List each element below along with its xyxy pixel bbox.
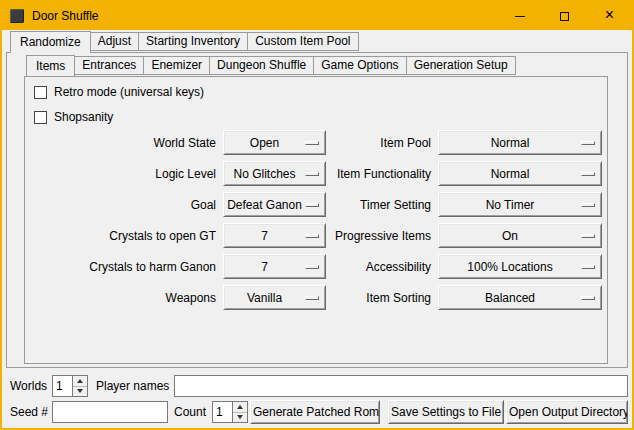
- count-input[interactable]: [213, 402, 232, 422]
- item-functionality-value: Normal: [491, 167, 550, 181]
- logic-level-value: No Glitches: [233, 167, 315, 181]
- dropdown-indicator-icon: [305, 296, 319, 300]
- generate-patched-rom-button[interactable]: Generate Patched Rom: [250, 400, 380, 424]
- close-icon: ×: [605, 7, 614, 23]
- tab-enemizer[interactable]: Enemizer: [143, 56, 210, 75]
- accessibility-dropdown[interactable]: 100% Locations: [438, 254, 602, 279]
- option-row: Crystals to harm Ganon 7: [30, 251, 326, 282]
- window-title: Door Shuffle: [32, 9, 99, 23]
- world-state-dropdown[interactable]: Open: [223, 130, 326, 155]
- tab-entrances[interactable]: Entrances: [74, 56, 144, 75]
- tab-game-options[interactable]: Game Options: [313, 56, 406, 75]
- crystals-harm-ganon-label: Crystals to harm Ganon: [30, 260, 216, 274]
- count-label: Count: [174, 401, 206, 423]
- progressive-items-value: On: [502, 229, 538, 243]
- dropdown-indicator-icon: [581, 172, 595, 176]
- spin-down-icon: [237, 415, 243, 419]
- dropdown-indicator-icon: [581, 234, 595, 238]
- option-row: Item Functionality Normal: [330, 158, 602, 189]
- tab-starting-inventory[interactable]: Starting Inventory: [138, 32, 248, 51]
- progressive-items-label: Progressive Items: [330, 229, 431, 243]
- retro-mode-label: Retro mode (universal keys): [54, 85, 204, 99]
- dropdown-indicator-icon: [581, 141, 595, 145]
- crystals-open-gt-label: Crystals to open GT: [30, 229, 216, 243]
- tab-generation-setup[interactable]: Generation Setup: [406, 56, 516, 75]
- spin-down-icon: [77, 389, 83, 393]
- crystals-open-gt-value: 7: [261, 229, 288, 243]
- shopsanity-checkbox[interactable]: [34, 111, 47, 124]
- titlebar[interactable]: Door Shuffle ×: [2, 2, 632, 30]
- count-spin-down-button[interactable]: [233, 413, 247, 423]
- item-pool-value: Normal: [491, 136, 550, 150]
- player-names-input[interactable]: [174, 375, 628, 397]
- count-spinbox: [212, 401, 248, 423]
- worlds-spin-down-button[interactable]: [73, 387, 87, 397]
- weapons-dropdown[interactable]: Vanilla: [223, 285, 326, 310]
- worlds-input[interactable]: [53, 376, 72, 396]
- option-row: Timer Setting No Timer: [330, 189, 602, 220]
- worlds-spin-up-button[interactable]: [73, 376, 87, 387]
- tab-adjust[interactable]: Adjust: [90, 32, 139, 51]
- option-row: Weapons Vanilla: [30, 282, 326, 313]
- shopsanity-label: Shopsanity: [54, 110, 113, 124]
- dropdown-indicator-icon: [581, 265, 595, 269]
- goal-label: Goal: [30, 198, 216, 212]
- option-row: Item Pool Normal: [330, 127, 602, 158]
- dropdown-indicator-icon: [305, 172, 319, 176]
- timer-setting-label: Timer Setting: [330, 198, 431, 212]
- tab-dungeon-shuffle[interactable]: Dungeon Shuffle: [209, 56, 314, 75]
- count-spin-arrows: [232, 402, 247, 422]
- accessibility-value: 100% Locations: [467, 260, 572, 274]
- item-pool-dropdown[interactable]: Normal: [438, 130, 602, 155]
- window-controls: ×: [497, 2, 632, 30]
- open-output-directory-button[interactable]: Open Output Directory: [506, 400, 628, 424]
- spin-up-icon: [237, 405, 243, 409]
- maximize-icon: [560, 12, 569, 21]
- close-button[interactable]: ×: [587, 2, 632, 30]
- timer-setting-dropdown[interactable]: No Timer: [438, 192, 602, 217]
- goal-dropdown[interactable]: Defeat Ganon: [223, 192, 326, 217]
- tab-items[interactable]: Items: [26, 55, 75, 77]
- option-row: Crystals to open GT 7: [30, 220, 326, 251]
- seed-label: Seed #: [10, 401, 48, 423]
- option-row: Progressive Items On: [330, 220, 602, 251]
- retro-mode-row: Retro mode (universal keys): [34, 84, 204, 100]
- option-row: Goal Defeat Ganon: [30, 189, 326, 220]
- count-spin-up-button[interactable]: [233, 402, 247, 413]
- option-row: World State Open: [30, 127, 326, 158]
- outer-tab-bar: Randomize Adjust Starting Inventory Cust…: [10, 31, 359, 53]
- retro-mode-checkbox[interactable]: [34, 86, 47, 99]
- item-sorting-dropdown[interactable]: Balanced: [438, 285, 602, 310]
- tab-randomize[interactable]: Randomize: [10, 31, 91, 53]
- world-state-value: Open: [250, 136, 299, 150]
- dropdown-indicator-icon: [581, 296, 595, 300]
- worlds-spinbox: [52, 375, 88, 397]
- logic-level-dropdown[interactable]: No Glitches: [223, 161, 326, 186]
- dropdown-indicator-icon: [305, 234, 319, 238]
- minimize-button[interactable]: [497, 2, 542, 30]
- logic-level-label: Logic Level: [30, 167, 216, 181]
- left-options-column: World State Open Logic Level No Glitches…: [30, 127, 326, 313]
- option-row: Item Sorting Balanced: [330, 282, 602, 313]
- accessibility-label: Accessibility: [330, 260, 431, 274]
- item-functionality-label: Item Functionality: [330, 167, 431, 181]
- app-icon: [10, 9, 24, 23]
- item-pool-label: Item Pool: [330, 136, 431, 150]
- minimize-icon: [515, 16, 525, 17]
- seed-input[interactable]: [52, 401, 168, 423]
- spin-up-icon: [77, 379, 83, 383]
- option-row: Logic Level No Glitches: [30, 158, 326, 189]
- tab-custom-item-pool[interactable]: Custom Item Pool: [247, 32, 358, 51]
- crystals-open-gt-dropdown[interactable]: 7: [223, 223, 326, 248]
- dropdown-indicator-icon: [581, 203, 595, 207]
- item-functionality-dropdown[interactable]: Normal: [438, 161, 602, 186]
- option-row: Accessibility 100% Locations: [330, 251, 602, 282]
- save-settings-button[interactable]: Save Settings to File: [388, 400, 504, 424]
- progressive-items-dropdown[interactable]: On: [438, 223, 602, 248]
- timer-setting-value: No Timer: [486, 198, 555, 212]
- crystals-harm-ganon-dropdown[interactable]: 7: [223, 254, 326, 279]
- maximize-button[interactable]: [542, 2, 587, 30]
- player-names-label: Player names: [96, 375, 169, 397]
- world-state-label: World State: [30, 136, 216, 150]
- shopsanity-row: Shopsanity: [34, 109, 113, 125]
